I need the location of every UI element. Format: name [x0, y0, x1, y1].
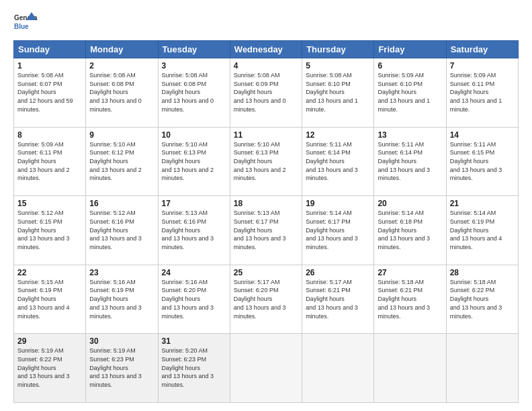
day-number: 16 — [89, 199, 154, 208]
calendar-day-cell: 2 Sunrise: 5:08 AMSunset: 6:08 PMDayligh… — [86, 58, 158, 128]
calendar-day-header: Saturday — [446, 41, 518, 58]
day-info: Sunrise: 5:12 AMSunset: 6:16 PMDaylight … — [89, 210, 142, 250]
day-number: 24 — [162, 268, 226, 277]
calendar-day-cell: 18 Sunrise: 5:13 AMSunset: 6:17 PMDaylig… — [230, 196, 302, 265]
day-number: 12 — [306, 130, 370, 140]
day-number: 30 — [89, 336, 154, 346]
calendar-day-cell — [446, 334, 518, 403]
day-info: Sunrise: 5:18 AMSunset: 6:21 PMDaylight … — [378, 279, 430, 320]
calendar-day-cell: 25 Sunrise: 5:17 AMSunset: 6:20 PMDaylig… — [230, 265, 302, 334]
day-number: 2 — [89, 61, 154, 71]
day-number: 28 — [450, 268, 515, 277]
calendar-day-header: Thursday — [302, 41, 374, 58]
day-number: 10 — [162, 130, 226, 140]
day-number: 31 — [162, 336, 226, 346]
day-number: 5 — [306, 61, 370, 71]
day-info: Sunrise: 5:13 AMSunset: 6:16 PMDaylight … — [162, 210, 214, 250]
calendar-day-cell: 17 Sunrise: 5:13 AMSunset: 6:16 PMDaylig… — [158, 196, 230, 265]
calendar-day-header: Tuesday — [158, 41, 230, 58]
calendar-week-row: 8 Sunrise: 5:09 AMSunset: 6:11 PMDayligh… — [14, 127, 519, 196]
day-info: Sunrise: 5:14 AMSunset: 6:19 PMDaylight … — [450, 210, 502, 250]
calendar-day-header: Friday — [374, 41, 446, 58]
day-number: 4 — [234, 61, 298, 71]
calendar-day-cell: 21 Sunrise: 5:14 AMSunset: 6:19 PMDaylig… — [446, 196, 518, 265]
calendar-day-cell — [302, 334, 374, 403]
calendar-day-cell: 23 Sunrise: 5:16 AMSunset: 6:19 PMDaylig… — [86, 265, 158, 334]
day-info: Sunrise: 5:09 AMSunset: 6:10 PMDaylight … — [378, 72, 430, 113]
day-info: Sunrise: 5:14 AMSunset: 6:18 PMDaylight … — [378, 210, 430, 250]
day-number: 27 — [378, 268, 442, 277]
day-info: Sunrise: 5:09 AMSunset: 6:11 PMDaylight … — [17, 141, 70, 182]
calendar-header-row: SundayMondayTuesdayWednesdayThursdayFrid… — [14, 41, 519, 58]
calendar-day-cell: 8 Sunrise: 5:09 AMSunset: 6:11 PMDayligh… — [14, 127, 86, 196]
calendar-day-cell: 15 Sunrise: 5:12 AMSunset: 6:15 PMDaylig… — [14, 196, 86, 265]
calendar-day-cell: 27 Sunrise: 5:18 AMSunset: 6:21 PMDaylig… — [374, 265, 446, 334]
calendar-day-cell: 30 Sunrise: 5:19 AMSunset: 6:23 PMDaylig… — [86, 334, 158, 403]
calendar-day-cell: 31 Sunrise: 5:20 AMSunset: 6:23 PMDaylig… — [158, 334, 230, 403]
calendar-day-header: Monday — [86, 41, 158, 58]
calendar-day-cell: 26 Sunrise: 5:17 AMSunset: 6:21 PMDaylig… — [302, 265, 374, 334]
day-number: 15 — [17, 199, 82, 208]
calendar-week-row: 22 Sunrise: 5:15 AMSunset: 6:19 PMDaylig… — [14, 265, 519, 334]
day-info: Sunrise: 5:12 AMSunset: 6:15 PMDaylight … — [17, 210, 70, 250]
day-number: 1 — [17, 61, 82, 71]
day-number: 17 — [162, 199, 226, 208]
calendar-day-cell: 29 Sunrise: 5:19 AMSunset: 6:22 PMDaylig… — [14, 334, 86, 403]
day-info: Sunrise: 5:10 AMSunset: 6:13 PMDaylight … — [234, 141, 286, 182]
day-info: Sunrise: 5:08 AMSunset: 6:07 PMDaylight … — [17, 72, 73, 113]
page: General Blue SundayMondayTuesdayWednesda… — [0, 0, 532, 411]
calendar-table: SundayMondayTuesdayWednesdayThursdayFrid… — [13, 40, 519, 403]
day-info: Sunrise: 5:10 AMSunset: 6:13 PMDaylight … — [162, 141, 214, 182]
day-info: Sunrise: 5:17 AMSunset: 6:20 PMDaylight … — [234, 279, 286, 320]
calendar-day-cell: 7 Sunrise: 5:09 AMSunset: 6:11 PMDayligh… — [446, 58, 518, 128]
calendar-week-row: 15 Sunrise: 5:12 AMSunset: 6:15 PMDaylig… — [14, 196, 519, 265]
day-info: Sunrise: 5:19 AMSunset: 6:23 PMDaylight … — [89, 347, 142, 388]
svg-text:Blue: Blue — [14, 23, 29, 30]
logo: General Blue — [13, 11, 38, 35]
day-info: Sunrise: 5:11 AMSunset: 6:14 PMDaylight … — [378, 141, 430, 182]
day-number: 21 — [450, 199, 515, 208]
calendar-day-cell: 28 Sunrise: 5:18 AMSunset: 6:22 PMDaylig… — [446, 265, 518, 334]
day-info: Sunrise: 5:08 AMSunset: 6:08 PMDaylight … — [162, 72, 214, 113]
day-number: 9 — [89, 130, 154, 140]
calendar-day-cell: 22 Sunrise: 5:15 AMSunset: 6:19 PMDaylig… — [14, 265, 86, 334]
day-number: 11 — [234, 130, 298, 140]
day-info: Sunrise: 5:10 AMSunset: 6:12 PMDaylight … — [89, 141, 142, 182]
calendar-day-cell: 5 Sunrise: 5:08 AMSunset: 6:10 PMDayligh… — [302, 58, 374, 128]
header: General Blue — [13, 11, 519, 35]
calendar-day-cell: 10 Sunrise: 5:10 AMSunset: 6:13 PMDaylig… — [158, 127, 230, 196]
day-number: 25 — [234, 268, 298, 277]
day-info: Sunrise: 5:08 AMSunset: 6:09 PMDaylight … — [234, 72, 286, 113]
calendar-day-cell: 12 Sunrise: 5:11 AMSunset: 6:14 PMDaylig… — [302, 127, 374, 196]
calendar-week-row: 1 Sunrise: 5:08 AMSunset: 6:07 PMDayligh… — [14, 58, 519, 128]
day-number: 23 — [89, 268, 154, 277]
calendar-day-header: Sunday — [14, 41, 86, 58]
day-number: 8 — [17, 130, 82, 140]
calendar-day-cell: 16 Sunrise: 5:12 AMSunset: 6:16 PMDaylig… — [86, 196, 158, 265]
day-number: 7 — [450, 61, 515, 71]
day-number: 29 — [17, 336, 82, 346]
day-info: Sunrise: 5:08 AMSunset: 6:10 PMDaylight … — [306, 72, 358, 113]
day-info: Sunrise: 5:09 AMSunset: 6:11 PMDaylight … — [450, 72, 502, 113]
day-number: 14 — [450, 130, 515, 140]
day-number: 22 — [17, 268, 82, 277]
logo-svg: General Blue — [13, 11, 38, 35]
day-info: Sunrise: 5:18 AMSunset: 6:22 PMDaylight … — [450, 279, 502, 320]
day-number: 6 — [378, 61, 442, 71]
day-number: 19 — [306, 199, 370, 208]
calendar-day-cell — [374, 334, 446, 403]
calendar-day-cell: 19 Sunrise: 5:14 AMSunset: 6:17 PMDaylig… — [302, 196, 374, 265]
day-info: Sunrise: 5:16 AMSunset: 6:19 PMDaylight … — [89, 279, 142, 320]
calendar-week-row: 29 Sunrise: 5:19 AMSunset: 6:22 PMDaylig… — [14, 334, 519, 403]
calendar-day-cell: 11 Sunrise: 5:10 AMSunset: 6:13 PMDaylig… — [230, 127, 302, 196]
day-info: Sunrise: 5:08 AMSunset: 6:08 PMDaylight … — [89, 72, 142, 113]
day-number: 3 — [162, 61, 226, 71]
calendar-day-cell: 3 Sunrise: 5:08 AMSunset: 6:08 PMDayligh… — [158, 58, 230, 128]
day-number: 13 — [378, 130, 442, 140]
calendar-day-cell: 1 Sunrise: 5:08 AMSunset: 6:07 PMDayligh… — [14, 58, 86, 128]
calendar-day-cell: 13 Sunrise: 5:11 AMSunset: 6:14 PMDaylig… — [374, 127, 446, 196]
day-info: Sunrise: 5:20 AMSunset: 6:23 PMDaylight … — [162, 347, 214, 388]
day-info: Sunrise: 5:15 AMSunset: 6:19 PMDaylight … — [17, 279, 70, 320]
calendar-day-cell: 6 Sunrise: 5:09 AMSunset: 6:10 PMDayligh… — [374, 58, 446, 128]
calendar-day-cell — [230, 334, 302, 403]
